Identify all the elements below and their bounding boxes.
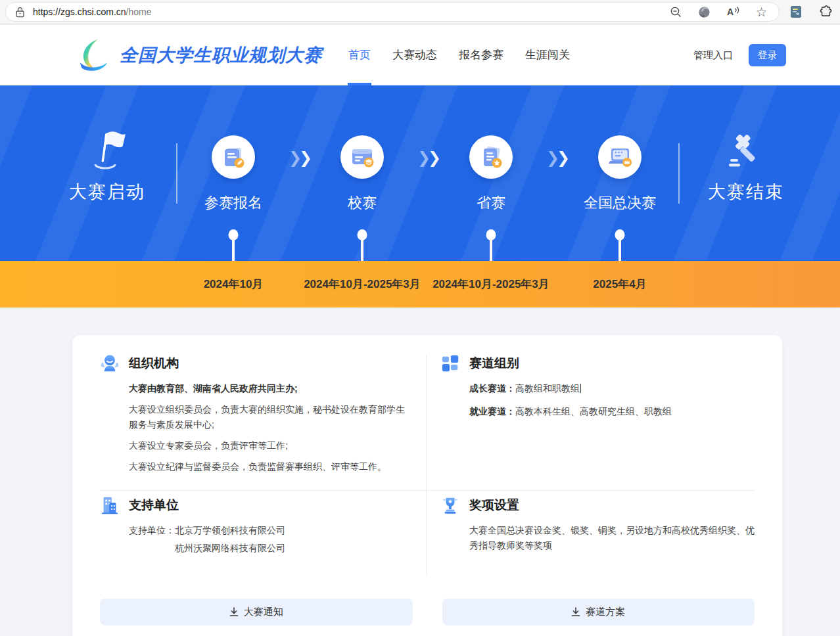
section-tracks-title: 赛道组别 — [469, 355, 519, 372]
download-icon — [571, 607, 580, 617]
download-notice-button[interactable]: 大赛通知 — [100, 599, 413, 625]
sidebar-icon[interactable] — [790, 5, 802, 18]
stage-province-label: 省赛 — [477, 193, 505, 213]
stage-school — [340, 135, 384, 179]
lock-icon[interactable] — [15, 7, 25, 18]
section-support: 支持单位 支持单位： 北京万学领创科技有限公司 杭州沃聚网络科技有限公司 — [100, 495, 409, 558]
logo-icon — [76, 38, 110, 72]
banner-divider-right — [678, 143, 680, 204]
stage-start-label: 大赛启动 — [69, 180, 145, 204]
flag-icon — [87, 130, 127, 180]
organization-lead: 大赛由教育部、湖南省人民政府共同主办; — [129, 381, 409, 396]
section-organization-title: 组织机构 — [129, 355, 179, 372]
swirl-icon[interactable] — [698, 6, 711, 18]
timeline-stem — [361, 239, 363, 261]
chevron-right-icon: ❯❯ — [289, 148, 310, 167]
stage-signup — [212, 135, 255, 179]
section-support-title: 支持单位 — [129, 497, 179, 514]
grid-icon — [440, 353, 460, 373]
extensions-icon[interactable] — [819, 5, 832, 18]
download-row: 大赛通知 赛道方案 — [100, 599, 755, 625]
site-header: 全国大学生职业规划大赛 首页 大赛动态 报名参赛 生涯闯关 管理入口 登录 — [0, 25, 840, 85]
main-nav: 首页 大赛动态 报名参赛 生涯闯关 — [348, 25, 570, 85]
doc-star-icon — [478, 144, 504, 170]
favorites-icon[interactable]: ☆ — [756, 6, 767, 18]
site-title: 全国大学生职业规划大赛 — [120, 43, 322, 67]
card-divider-horizontal — [100, 490, 755, 491]
section-awards: 奖项设置 大赛全国总决赛设金奖、银奖、铜奖，另设地方和高校优秀组织奖、优秀指导教… — [440, 495, 756, 559]
browser-chrome: https://zgs.chsi.com.cn/home A ☆ — [0, 0, 840, 24]
zoom-out-icon[interactable] — [670, 6, 682, 18]
address-bar[interactable]: https://zgs.chsi.com.cn/home A ☆ — [5, 2, 780, 22]
timeline-stem — [618, 239, 621, 261]
read-aloud-icon[interactable]: A — [726, 6, 740, 18]
nav-career-quest[interactable]: 生涯闯关 — [525, 25, 570, 85]
section-tracks: 赛道组别 成长赛道：高教组和职教组 就业赛道：高教本科生组、高教研究生组、职教组 — [440, 353, 756, 427]
avatar-icon — [100, 353, 120, 373]
url-host: https://zgs.chsi.com.cn — [33, 7, 126, 17]
download-track-plan-button[interactable]: 赛道方案 — [442, 599, 755, 625]
date-bar: 2024年10月 2024年10月-2025年3月 2024年10月-2025年… — [0, 261, 840, 307]
nav-news[interactable]: 大赛动态 — [392, 25, 437, 85]
trophy-icon — [440, 495, 460, 515]
nav-register[interactable]: 报名参赛 — [459, 25, 503, 85]
laptop-crown-icon — [606, 144, 634, 170]
login-button[interactable]: 登录 — [749, 44, 786, 66]
download-icon — [229, 607, 239, 617]
organization-paragraph: 大赛设立专家委员会，负责评审等工作; — [129, 438, 409, 453]
stage-national-final-label: 全国总决赛 — [584, 193, 656, 213]
page: https://zgs.chsi.com.cn/home A ☆ — [0, 0, 840, 636]
stage-signup-date: 2024年10月 — [204, 277, 264, 292]
stage-signup-label: 参赛报名 — [204, 193, 262, 213]
card-cap-icon — [348, 144, 376, 170]
site-logo[interactable]: 全国大学生职业规划大赛 — [76, 38, 322, 72]
info-card: 组织机构 大赛由教育部、湖南省人民政府共同主办; 大赛设立组织委员会，负责大赛的… — [72, 335, 782, 636]
support-unit: 北京万学领创科技有限公司 — [175, 523, 285, 538]
gavel-icon — [725, 131, 767, 175]
form-pencil-icon — [220, 144, 246, 170]
chevron-right-icon: ❯❯ — [417, 148, 438, 167]
banner-divider-left — [176, 143, 177, 204]
organization-paragraph: 大赛设立组织委员会，负责大赛的组织实施，秘书处设在教育部学生服务与素质发展中心; — [129, 402, 409, 432]
chevron-right-icon: ❯❯ — [546, 148, 567, 167]
track-row-employment: 就业赛道：高教本科生组、高教研究生组、职教组 — [469, 404, 756, 419]
awards-text: 大赛全国总决赛设金奖、银奖、铜奖，另设地方和高校优秀组织奖、优秀指导教师奖等奖项 — [469, 523, 756, 553]
support-units: 支持单位： 北京万学领创科技有限公司 杭州沃聚网络科技有限公司 — [129, 523, 409, 558]
url-text[interactable]: https://zgs.chsi.com.cn/home — [33, 7, 152, 17]
building-icon — [100, 495, 120, 515]
section-awards-title: 奖项设置 — [469, 497, 519, 514]
url-path: /home — [126, 7, 152, 17]
stage-national-final — [598, 135, 642, 179]
support-unit: 杭州沃聚网络科技有限公司 — [175, 541, 285, 556]
track-row-growth: 成长赛道：高教组和职教组 — [469, 381, 756, 396]
stage-school-date: 2024年10月-2025年3月 — [304, 277, 421, 292]
admin-entry-link[interactable]: 管理入口 — [693, 25, 733, 85]
text-cursor — [580, 384, 581, 393]
card-divider-vertical — [426, 355, 427, 574]
stage-province — [469, 135, 513, 179]
stage-province-date: 2024年10月-2025年3月 — [432, 277, 549, 292]
organization-paragraph: 大赛设立纪律与监督委员会，负责监督赛事组织、评审等工作。 — [129, 459, 409, 474]
timeline-stem — [232, 239, 235, 261]
timeline-stem — [490, 239, 492, 261]
stage-national-final-date: 2025年4月 — [593, 277, 646, 292]
timeline-banner: 大赛启动 参赛报名 ❯❯ — [0, 85, 840, 261]
stage-end-label: 大赛结束 — [708, 180, 784, 204]
section-organization: 组织机构 大赛由教育部、湖南省人民政府共同主办; 大赛设立组织委员会，负责大赛的… — [100, 353, 409, 480]
nav-home[interactable]: 首页 — [348, 25, 371, 85]
svg-text:A: A — [727, 7, 734, 17]
stage-school-label: 校赛 — [348, 193, 377, 213]
